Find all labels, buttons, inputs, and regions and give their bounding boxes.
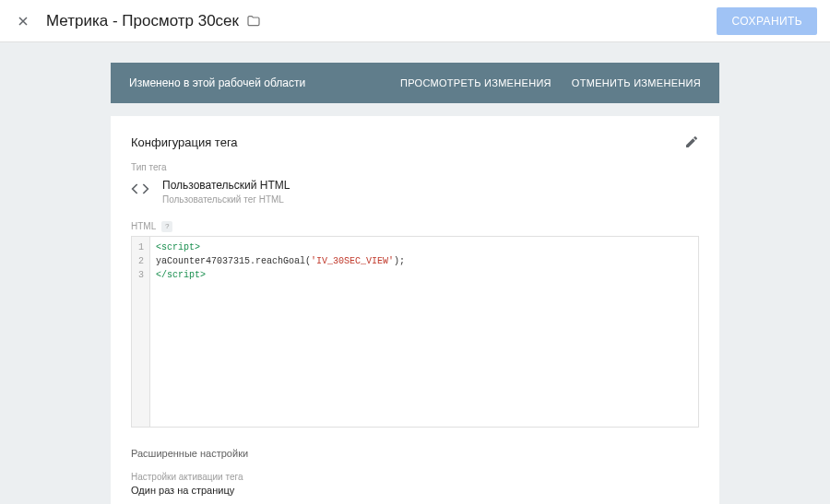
line-number: 2 (137, 254, 144, 268)
tag-type-subtitle: Пользовательский тег HTML (162, 193, 290, 206)
trigger-settings-label: Настройки активации тега (131, 472, 699, 482)
close-icon[interactable] (13, 11, 33, 31)
workspace-changes-bar: Изменено в этой рабочей области ПРОСМОТР… (111, 63, 719, 103)
trigger-settings-value: Один раз на страницу (131, 485, 699, 496)
code-gutter: 1 2 3 (132, 237, 150, 427)
html-code-editor[interactable]: 1 2 3 <script> yaCounter47037315.reachGo… (131, 236, 699, 428)
header-bar: Метрика - Просмотр 30сек СОХРАНИТЬ (0, 0, 830, 42)
advanced-settings-toggle[interactable]: Расширенные настройки (131, 448, 699, 459)
html-field-label: HTML (131, 221, 156, 231)
line-number: 3 (137, 268, 144, 282)
code-icon (131, 178, 149, 201)
code-body[interactable]: <script> yaCounter47037315.reachGoal('IV… (150, 237, 410, 427)
page-title: Метрика - Просмотр 30сек (46, 12, 239, 30)
code-token-tag: <script> (156, 242, 200, 252)
tag-type-text: Пользовательский HTML Пользовательский т… (162, 178, 290, 206)
content-area: Изменено в этой рабочей области ПРОСМОТР… (0, 42, 830, 504)
html-label-row: HTML ? (131, 221, 699, 232)
line-number: 1 (137, 240, 144, 254)
code-token-tag: </script> (156, 270, 206, 280)
code-token-call: yaCounter47037315.reachGoal( (156, 256, 311, 266)
discard-changes-button[interactable]: ОТМЕНИТЬ ИЗМЕНЕНИЯ (572, 77, 701, 88)
help-icon[interactable]: ? (161, 221, 172, 232)
save-button[interactable]: СОХРАНИТЬ (717, 7, 817, 35)
edit-icon[interactable] (684, 135, 699, 149)
changes-message: Изменено в этой рабочей области (129, 76, 305, 89)
changes-actions: ПРОСМОТРЕТЬ ИЗМЕНЕНИЯ ОТМЕНИТЬ ИЗМЕНЕНИЯ (400, 77, 701, 88)
tag-type-row: Пользовательский HTML Пользовательский т… (131, 178, 699, 206)
code-token-string: 'IV_30SEC_VIEW' (311, 256, 394, 266)
code-token-call: ); (394, 256, 405, 266)
card-header: Конфигурация тега (131, 135, 699, 149)
tag-config-card: Конфигурация тега Тип тега Пользовательс… (111, 116, 719, 504)
tag-type-name: Пользовательский HTML (162, 178, 290, 193)
folder-icon[interactable] (246, 14, 261, 29)
view-changes-button[interactable]: ПРОСМОТРЕТЬ ИЗМЕНЕНИЯ (400, 77, 551, 88)
tag-type-label: Тип тега (131, 162, 699, 172)
card-title: Конфигурация тега (131, 135, 238, 149)
